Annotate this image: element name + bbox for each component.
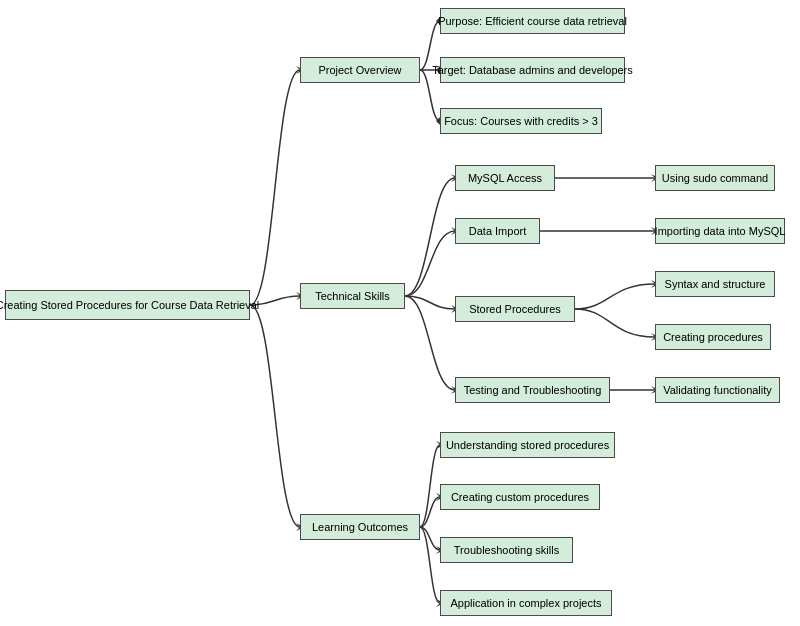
data-import-node: Data Import (455, 218, 540, 244)
importing-data-node: Importing data into MySQL (655, 218, 785, 244)
troubleshooting-skills-node: Troubleshooting skills (440, 537, 573, 563)
target-node: Target: Database admins and developers (440, 57, 625, 83)
root-node: Creating Stored Procedures for Course Da… (5, 290, 250, 320)
mysql-access-node: MySQL Access (455, 165, 555, 191)
technical-skills-node: Technical Skills (300, 283, 405, 309)
purpose-node: Purpose: Efficient course data retrieval (440, 8, 625, 34)
stored-procedures-node: Stored Procedures (455, 296, 575, 322)
project-overview-node: Project Overview (300, 57, 420, 83)
validating-node: Validating functionality (655, 377, 780, 403)
creating-custom-node: Creating custom procedures (440, 484, 600, 510)
syntax-node: Syntax and structure (655, 271, 775, 297)
testing-troubleshooting-node: Testing and Troubleshooting (455, 377, 610, 403)
focus-node: Focus: Courses with credits > 3 (440, 108, 602, 134)
using-sudo-node: Using sudo command (655, 165, 775, 191)
application-node: Application in complex projects (440, 590, 612, 616)
understanding-node: Understanding stored procedures (440, 432, 615, 458)
learning-outcomes-node: Learning Outcomes (300, 514, 420, 540)
creating-procedures-node: Creating procedures (655, 324, 771, 350)
